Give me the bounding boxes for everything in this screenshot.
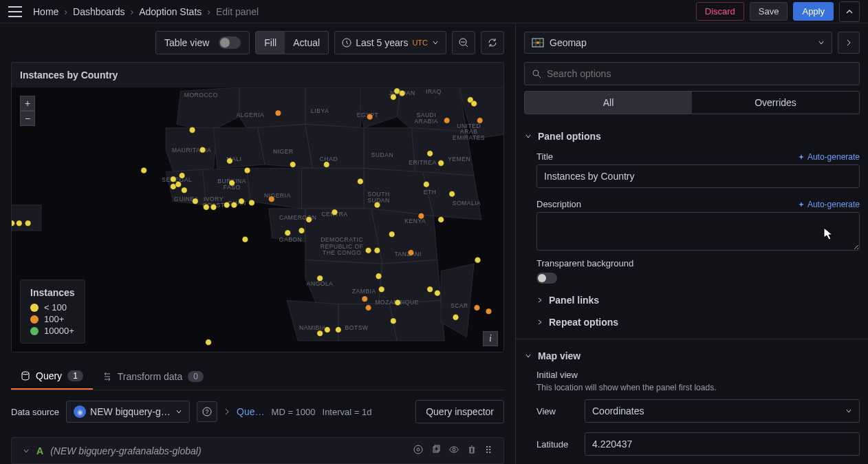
svg-point-43 — [367, 114, 373, 120]
svg-text:ETH: ETH — [424, 189, 437, 196]
drag-icon[interactable]: ⠿ — [485, 445, 492, 456]
svg-point-82 — [242, 237, 248, 243]
visualization-picker[interactable]: Geomap — [524, 32, 832, 54]
svg-text:SOUTHSUDAN: SOUTHSUDAN — [367, 191, 389, 204]
svg-text:IRAQ: IRAQ — [426, 88, 442, 95]
map-legend: Instances < 100 100+ 10000+ — [20, 280, 85, 344]
crumb-dashboards[interactable]: Dashboards — [73, 6, 125, 17]
svg-point-103 — [336, 327, 342, 333]
breadcrumb: Home › Dashboards › Adoption Stats › Edi… — [33, 6, 696, 17]
expand-icon[interactable] — [838, 32, 860, 54]
svg-point-74 — [199, 147, 206, 153]
copy-icon[interactable] — [431, 445, 441, 456]
interval: Interval = 1d — [323, 407, 372, 417]
query-inspector-button[interactable]: Query inspector — [415, 400, 504, 423]
svg-point-56 — [244, 167, 250, 173]
svg-point-68 — [171, 176, 177, 182]
svg-point-96 — [376, 273, 382, 280]
datasource-help-icon[interactable]: ? — [197, 401, 217, 422]
map-zoom-out[interactable]: − — [20, 111, 35, 126]
chevron-down-icon — [845, 408, 852, 414]
tab-transform[interactable]: Transform data 0 — [93, 363, 213, 390]
svg-point-92 — [438, 217, 444, 223]
svg-point-55 — [227, 158, 233, 164]
svg-point-110 — [22, 372, 29, 375]
refresh-icon[interactable] — [481, 31, 504, 54]
svg-point-51 — [365, 305, 371, 311]
description-input[interactable] — [536, 212, 860, 251]
svg-point-78 — [224, 202, 230, 208]
section-panel-options[interactable]: Panel options — [524, 125, 860, 147]
svg-text:ZAMBIA: ZAMBIA — [352, 288, 376, 295]
search-options[interactable] — [524, 62, 860, 85]
svg-point-70 — [175, 182, 182, 188]
eye-icon[interactable] — [449, 445, 459, 456]
tab-all[interactable]: All — [525, 92, 692, 114]
svg-text:DEMOCRATICREPUBLIC OFTHE CONGO: DEMOCRATICREPUBLIC OFTHE CONGO — [321, 236, 364, 256]
table-view-toggle[interactable]: Table view — [155, 31, 250, 54]
section-panel-links[interactable]: Panel links — [524, 289, 860, 311]
svg-point-75 — [204, 204, 210, 211]
svg-point-89 — [365, 248, 371, 254]
svg-point-90 — [374, 248, 380, 254]
query-help-icon[interactable] — [413, 445, 423, 456]
svg-point-52 — [474, 305, 480, 311]
section-repeat-options[interactable]: Repeat options — [524, 311, 860, 333]
discard-button[interactable]: Discard — [696, 2, 744, 21]
svg-point-59 — [358, 178, 364, 184]
geomap[interactable]: MOROCCO ALGERIA LIBYA EGYPT SAUDIARABIA … — [12, 87, 503, 352]
menu-icon[interactable] — [8, 6, 22, 17]
save-button[interactable]: Save — [750, 2, 788, 21]
collapse-icon[interactable] — [839, 1, 860, 22]
time-range-picker[interactable]: Last 5 years UTC — [334, 31, 446, 54]
trash-icon[interactable] — [467, 445, 477, 456]
transparent-toggle[interactable] — [536, 273, 557, 284]
svg-point-48 — [418, 213, 424, 219]
svg-point-85 — [306, 217, 312, 223]
svg-point-94 — [475, 257, 481, 263]
crumb-home[interactable]: Home — [33, 6, 58, 17]
apply-button[interactable]: Apply — [793, 2, 834, 21]
svg-point-79 — [231, 202, 237, 208]
tab-overrides[interactable]: Overrides — [692, 92, 859, 114]
svg-point-64 — [449, 191, 455, 197]
svg-point-62 — [399, 90, 405, 96]
latitude-input[interactable] — [585, 432, 860, 456]
section-map-view[interactable]: Map view — [524, 345, 860, 367]
query-options-link[interactable]: Que… — [237, 406, 264, 417]
svg-point-77 — [229, 180, 235, 186]
crumb-edit: Edit panel — [216, 6, 259, 17]
svg-text:BOTSW: BOTSW — [345, 324, 369, 331]
search-icon — [532, 69, 541, 78]
svg-rect-115 — [433, 447, 438, 452]
initial-view-label: Initial view — [536, 367, 860, 383]
fill-actual-toggle[interactable]: Fill Actual — [255, 31, 329, 54]
title-input[interactable] — [536, 165, 860, 188]
svg-point-66 — [471, 101, 477, 107]
query-row[interactable]: A (NEW bigquery-grafanalabs-global) ⠿ — [11, 437, 504, 464]
svg-point-81 — [249, 200, 255, 206]
chevron-down-icon[interactable] — [23, 447, 30, 454]
crumb-adoption[interactable]: Adoption Stats — [139, 6, 202, 17]
tab-query[interactable]: Query 1 — [11, 363, 93, 390]
map-info-icon[interactable]: i — [483, 331, 498, 346]
search-input[interactable] — [547, 68, 852, 79]
svg-line-2 — [466, 45, 468, 47]
svg-text:GABON: GABON — [279, 236, 302, 243]
database-icon — [21, 371, 30, 381]
svg-point-45 — [477, 118, 483, 124]
query-title: (NEW bigquery-grafanalabs-global) — [50, 445, 406, 456]
map-zoom-in[interactable]: + — [20, 96, 35, 111]
svg-text:SAUDIARABIA: SAUDIARABIA — [415, 112, 438, 125]
svg-point-60 — [391, 94, 397, 101]
auto-generate-description[interactable]: Auto-generate — [798, 200, 860, 209]
zoom-out-icon[interactable] — [452, 31, 475, 54]
auto-generate-title[interactable]: Auto-generate — [798, 152, 860, 162]
svg-point-117 — [450, 447, 458, 452]
svg-point-50 — [362, 296, 368, 302]
title-label: Title — [536, 151, 553, 162]
svg-point-101 — [317, 330, 323, 337]
svg-point-97 — [379, 286, 385, 293]
datasource-select[interactable]: ◉ NEW bigquery-graf — [66, 401, 190, 423]
view-select[interactable]: Coordinates — [585, 399, 860, 423]
